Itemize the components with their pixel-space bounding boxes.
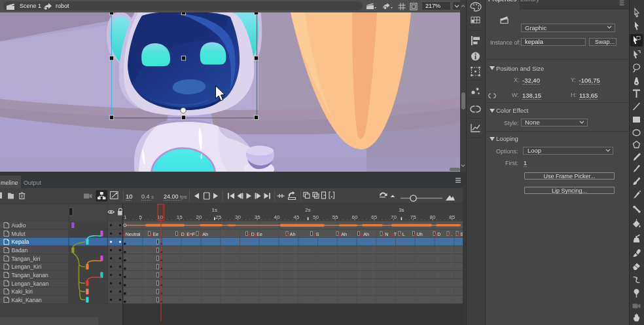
- svg-text:35: 35: [255, 214, 260, 220]
- svg-text:15: 15: [177, 214, 183, 220]
- svg-text:Ah: Ah: [202, 232, 208, 237]
- svg-text:60: 60: [352, 214, 358, 220]
- svg-text:Lengan_Kiri: Lengan_Kiri: [12, 263, 42, 270]
- svg-text:meline: meline: [1, 180, 18, 186]
- svg-text:0.4 s: 0.4 s: [141, 193, 154, 200]
- svg-text:N: N: [385, 232, 388, 237]
- svg-text:24.00 fps: 24.00 fps: [164, 193, 187, 200]
- svg-text:2s: 2s: [305, 207, 310, 213]
- svg-text:.: .: [451, 232, 452, 237]
- svg-text:5: 5: [139, 214, 143, 220]
- svg-text:3s: 3s: [399, 207, 404, 213]
- svg-text:85: 85: [449, 214, 455, 220]
- svg-text:Badan: Badan: [12, 247, 28, 254]
- svg-text:Ee: Ee: [257, 232, 262, 237]
- svg-text:D: D: [251, 232, 255, 237]
- svg-text:Ah: Ah: [290, 232, 296, 237]
- svg-text:Uh: Uh: [417, 232, 423, 237]
- svg-text:Kaki_Kanan: Kaki_Kanan: [12, 297, 43, 303]
- svg-text:Audio: Audio: [12, 222, 26, 229]
- svg-text:1s: 1s: [212, 207, 217, 213]
- svg-text:Kaki_kiri: Kaki_kiri: [12, 288, 33, 295]
- svg-text:T: T: [394, 232, 397, 237]
- svg-text:45: 45: [293, 214, 299, 220]
- svg-text:70: 70: [391, 214, 397, 220]
- svg-text:Lengan_kanan: Lengan_kanan: [12, 280, 49, 287]
- svg-text:80: 80: [430, 214, 436, 220]
- svg-text:65: 65: [371, 214, 377, 220]
- svg-text:Mulut: Mulut: [12, 231, 26, 237]
- svg-text:D: D: [437, 232, 440, 237]
- svg-text:S: S: [316, 232, 319, 237]
- svg-text:50: 50: [313, 214, 319, 220]
- svg-text:L: L: [402, 232, 405, 237]
- svg-text:Ee: Ee: [153, 232, 159, 237]
- svg-text:Ah: Ah: [341, 232, 347, 237]
- svg-text:20: 20: [196, 214, 202, 220]
- svg-text:D: D: [181, 232, 185, 237]
- svg-text:40: 40: [274, 214, 280, 220]
- svg-text:55: 55: [332, 214, 338, 220]
- svg-text:F: F: [192, 232, 195, 237]
- svg-text:30: 30: [235, 214, 241, 220]
- svg-text:75: 75: [410, 214, 416, 220]
- svg-text:Output: Output: [24, 180, 42, 186]
- svg-text:25: 25: [215, 214, 221, 220]
- svg-text:Ah: Ah: [363, 232, 369, 237]
- svg-text:Tangan_kanan: Tangan_kanan: [12, 272, 49, 278]
- svg-text:Kepala: Kepala: [12, 239, 29, 245]
- svg-text:Neutral: Neutral: [126, 232, 141, 237]
- svg-text:10: 10: [126, 193, 133, 200]
- svg-text:1: 1: [124, 214, 127, 220]
- svg-text:Tangan_kiri: Tangan_kiri: [12, 256, 41, 262]
